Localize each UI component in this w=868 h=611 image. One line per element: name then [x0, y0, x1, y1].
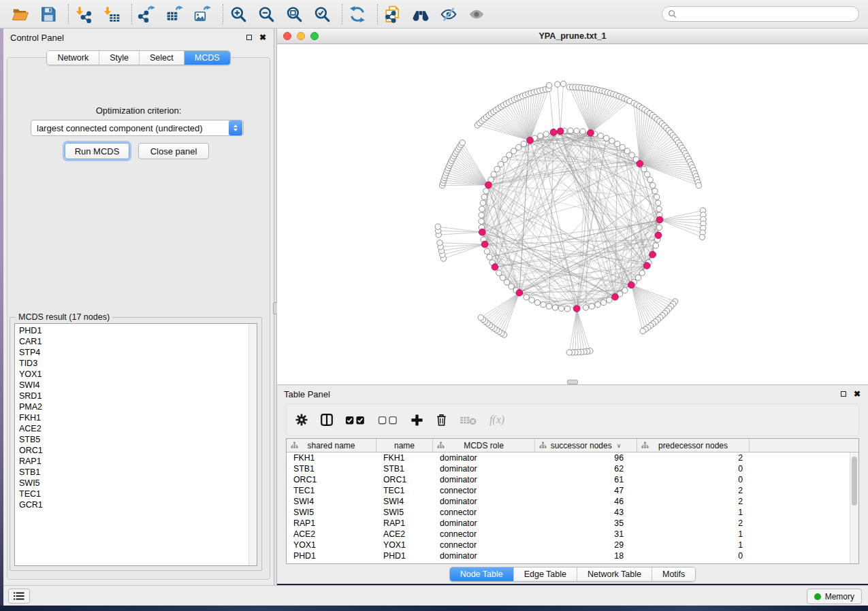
table-float-button[interactable] — [838, 389, 849, 399]
export-image-button[interactable] — [193, 4, 212, 24]
open-file-button[interactable] — [11, 4, 30, 24]
find-button[interactable] — [411, 4, 430, 24]
zoom-fit-button[interactable] — [285, 4, 304, 24]
horizontal-splitter-handle[interactable] — [567, 380, 578, 384]
hide-panel-button[interactable] — [439, 4, 458, 24]
mcds-result-item[interactable]: PMA2 — [15, 401, 257, 412]
table-row[interactable]: RAP1RAP1dominator352 — [287, 518, 858, 529]
mcds-node[interactable] — [573, 306, 580, 312]
table-close-button[interactable]: ✖ — [852, 389, 863, 399]
mcds-result-item[interactable]: STB5 — [15, 434, 257, 445]
node-table[interactable]: shared namenameMCDS rolesuccessor nodes∨… — [286, 438, 859, 564]
zoom-in-button[interactable] — [229, 4, 248, 24]
search-field[interactable] — [662, 6, 859, 22]
column-header-predecessor-nodes[interactable]: predecessor nodes — [637, 439, 750, 452]
table-row[interactable]: STB1STB1dominator620 — [287, 463, 858, 474]
save-session-button[interactable] — [39, 4, 58, 24]
table-row[interactable]: YOX1YOX1connector291 — [287, 540, 858, 550]
run-mcds-button[interactable]: Run MCDS — [65, 143, 129, 159]
table-row[interactable]: SWI5SWI5connector431 — [287, 507, 858, 518]
search-input[interactable] — [680, 10, 853, 19]
memory-button[interactable]: Memory — [807, 589, 862, 604]
mcds-result-item[interactable]: ORC1 — [15, 445, 257, 456]
tab-network[interactable]: Network — [47, 51, 99, 65]
tab-style[interactable]: Style — [99, 51, 139, 65]
mcds-node[interactable] — [649, 251, 656, 258]
column-header-name[interactable]: name — [376, 439, 433, 452]
table-row[interactable]: TEC1TEC1connector472 — [287, 485, 858, 496]
mcds-node[interactable] — [628, 282, 635, 288]
mcds-result-item[interactable]: TID3 — [15, 358, 257, 369]
table-row[interactable]: ORC1ORC1dominator610 — [287, 474, 858, 485]
export-network-button[interactable] — [138, 4, 157, 24]
mcds-result-item[interactable]: SWI4 — [15, 380, 257, 391]
minimize-window-icon[interactable] — [297, 32, 305, 40]
show-panel-button[interactable] — [467, 4, 486, 24]
mcds-result-item[interactable]: YOX1 — [15, 369, 257, 380]
mcds-result-item[interactable]: STB1 — [15, 467, 257, 478]
table-row[interactable]: PHD1PHD1dominator180 — [287, 550, 858, 561]
tab-motifs[interactable]: Motifs — [652, 567, 695, 581]
select-all-checks-button[interactable] — [345, 415, 366, 425]
mcds-result-item[interactable]: CAR1 — [15, 336, 257, 347]
task-history-button[interactable] — [8, 589, 30, 604]
clear-checks-button[interactable] — [378, 415, 399, 425]
mcds-node[interactable] — [612, 294, 619, 301]
mcds-node[interactable] — [516, 290, 523, 297]
delete-table-button[interactable] — [460, 415, 477, 425]
column-header-successor-nodes[interactable]: successor nodes∨ — [535, 439, 637, 452]
tab-select[interactable]: Select — [139, 51, 184, 65]
import-table-button[interactable] — [102, 4, 121, 24]
zoom-out-button[interactable] — [257, 4, 276, 24]
mcds-node[interactable] — [643, 263, 650, 269]
mcds-result-item[interactable]: STP4 — [15, 347, 257, 358]
mcds-result-list[interactable]: PHD1CAR1STP4TID3YOX1SWI4SRD1PMA2FKH1ACE2… — [14, 323, 257, 566]
table-row[interactable]: SWI4SWI4dominator462 — [287, 496, 858, 507]
network-graph[interactable] — [277, 44, 868, 384]
float-panel-button[interactable] — [244, 32, 255, 43]
mcds-result-item[interactable]: SRD1 — [15, 391, 257, 401]
import-network-button[interactable] — [74, 4, 93, 24]
close-panel-button[interactable]: ✖ — [257, 32, 268, 43]
mcds-result-item[interactable]: SWI5 — [15, 478, 257, 489]
mcds-node[interactable] — [527, 137, 534, 144]
mcds-result-item[interactable]: ACE2 — [15, 423, 257, 434]
show-columns-button[interactable] — [320, 413, 334, 427]
column-header-MCDS-role[interactable]: MCDS role — [433, 439, 535, 452]
table-row[interactable]: ACE2ACE2connector311 — [287, 529, 858, 540]
criterion-dropdown[interactable]: largest connected component (undirected) — [31, 120, 244, 136]
zoom-window-icon[interactable] — [310, 32, 319, 40]
close-window-icon[interactable] — [283, 32, 291, 40]
mcds-node[interactable] — [492, 264, 498, 271]
tab-node-table[interactable]: Node Table — [450, 567, 513, 581]
table-scrollbar-thumb[interactable] — [852, 457, 857, 506]
mcds-result-item[interactable]: FKH1 — [15, 412, 257, 423]
mcds-node[interactable] — [655, 232, 662, 239]
zoom-selected-button[interactable] — [312, 4, 332, 24]
mcds-node[interactable] — [656, 216, 663, 223]
mcds-result-item[interactable]: TEC1 — [15, 489, 257, 499]
mcds-node[interactable] — [557, 128, 564, 135]
clone-network-button[interactable] — [383, 4, 402, 24]
table-options-button[interactable] — [295, 413, 308, 427]
table-row[interactable]: FKH1FKH1dominator962 — [287, 452, 858, 463]
tab-mcds[interactable]: MCDS — [184, 51, 230, 65]
mcds-node[interactable] — [485, 182, 492, 188]
mcds-node[interactable] — [481, 241, 488, 248]
refresh-layout-button[interactable] — [348, 4, 367, 24]
export-table-button[interactable] — [165, 4, 184, 24]
function-builder-button[interactable]: f(x) — [488, 413, 510, 427]
mcds-list-scrollbar[interactable] — [248, 324, 257, 565]
mcds-result-item[interactable]: PHD1 — [15, 325, 257, 336]
add-row-button[interactable] — [411, 414, 423, 427]
tab-edge-table[interactable]: Edge Table — [513, 567, 577, 581]
close-panel-action-button[interactable]: Close panel — [138, 143, 209, 159]
mcds-node[interactable] — [550, 129, 557, 136]
network-canvas[interactable] — [277, 44, 868, 384]
column-header-shared-name[interactable]: shared name — [287, 439, 376, 452]
mcds-node[interactable] — [637, 161, 643, 167]
mcds-node[interactable] — [588, 130, 594, 137]
delete-row-button[interactable] — [435, 413, 448, 427]
network-titlebar[interactable]: YPA_prune.txt_1 — [277, 29, 868, 44]
mcds-result-item[interactable]: GCR1 — [15, 499, 257, 510]
